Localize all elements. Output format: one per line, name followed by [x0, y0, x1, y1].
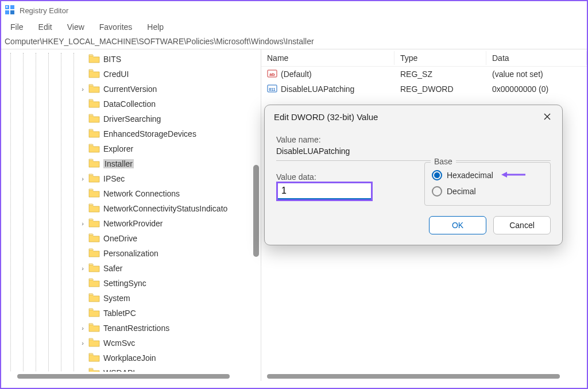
folder-icon	[88, 323, 103, 334]
tree-item-label: WorkplaceJoin	[103, 353, 156, 363]
radio-dec-label: Decimal	[447, 187, 476, 196]
folder-icon	[88, 218, 103, 229]
value-row[interactable]: 011DisableLUAPatchingREG_DWORD0x00000000…	[261, 82, 587, 97]
tree-item-label: Safer	[103, 264, 122, 273]
string-value-icon: ab	[267, 68, 277, 80]
tree-item-label: OneDrive	[103, 234, 137, 243]
tree-item-label: NetworkConnectivityStatusIndicato	[103, 204, 227, 213]
tree-item[interactable]: ›TenantRestrictions	[78, 321, 252, 336]
tree-item[interactable]: ›WcmSvc	[78, 336, 252, 351]
expander-icon[interactable]: ›	[78, 265, 87, 272]
tree-item[interactable]: DataCollection	[78, 97, 252, 111]
value-type: REG_DWORD	[394, 83, 486, 95]
app-title: Registry Editor	[20, 6, 68, 15]
tree-vertical-scrollbar[interactable]	[252, 49, 261, 372]
expander-icon[interactable]: ›	[78, 220, 87, 227]
tree-item-label: Personalization	[103, 249, 158, 258]
folder-icon	[88, 188, 103, 199]
tree-item[interactable]: BITS	[78, 52, 252, 67]
value-name-label: Value name:	[276, 135, 551, 144]
radio-dot-icon	[432, 186, 442, 197]
dialog-close-button[interactable]	[541, 111, 553, 122]
tree-item[interactable]: SettingSync	[78, 276, 252, 291]
tree-item-label: DataCollection	[103, 99, 156, 109]
expander-icon[interactable]: ›	[78, 86, 87, 93]
title-bar: Registry Editor	[1, 1, 587, 20]
expander-icon[interactable]: ›	[78, 175, 87, 182]
tree-item-label: System	[103, 294, 130, 303]
tree-panel: BITSCredUI›CurrentVersionDataCollectionD…	[1, 49, 261, 381]
address-bar[interactable]: Computer\HKEY_LOCAL_MACHINE\SOFTWARE\Pol…	[1, 34, 587, 49]
tree-item[interactable]: Installer	[78, 156, 252, 171]
folder-icon	[88, 308, 103, 319]
tree-item[interactable]: Personalization	[78, 246, 252, 261]
folder-icon	[88, 353, 103, 364]
svg-rect-1	[10, 5, 14, 9]
tree-item[interactable]: Explorer	[78, 141, 252, 156]
radio-decimal[interactable]: Decimal	[432, 183, 543, 199]
menu-view[interactable]: View	[60, 21, 91, 33]
folder-icon	[88, 263, 103, 274]
folder-icon	[88, 159, 103, 170]
tree-item[interactable]: Network Connections	[78, 186, 252, 201]
tree-item[interactable]: WorkplaceJoin	[78, 351, 252, 365]
tree-horizontal-scrollbar[interactable]	[1, 372, 252, 381]
column-header-type[interactable]: Type	[394, 51, 486, 65]
tree-item-label: Explorer	[103, 144, 133, 153]
menu-help[interactable]: Help	[140, 21, 171, 33]
svg-rect-2	[5, 10, 9, 14]
app-icon	[5, 5, 15, 17]
tree-item-label: SettingSync	[103, 279, 146, 288]
tree-item-label: Network Connections	[103, 189, 180, 198]
tree-item[interactable]: NetworkConnectivityStatusIndicato	[78, 201, 252, 216]
menu-favorites[interactable]: Favorites	[92, 21, 140, 33]
svg-text:ab: ab	[269, 72, 274, 77]
expander-icon[interactable]: ›	[78, 340, 87, 346]
folder-icon	[88, 54, 103, 65]
value-data-label: Value data:	[276, 172, 411, 182]
value-data: (value not set)	[486, 68, 587, 80]
tree-item-label: Installer	[103, 159, 134, 168]
expander-icon[interactable]: ›	[78, 325, 87, 332]
folder-icon	[88, 368, 103, 372]
tree-item[interactable]: ›NetworkProvider	[78, 216, 252, 231]
value-row[interactable]: ab(Default)REG_SZ(value not set)	[261, 67, 587, 82]
tree-item-label: IPSec	[103, 174, 125, 183]
value-type: REG_SZ	[394, 68, 486, 80]
menu-file[interactable]: File	[3, 21, 30, 33]
tree-item-label: EnhancedStorageDevices	[103, 129, 196, 138]
menu-edit[interactable]: Edit	[32, 21, 59, 33]
radio-hexadecimal[interactable]: Hexadecimal	[432, 167, 543, 183]
tree-item-label: TabletPC	[103, 309, 136, 318]
folder-icon	[88, 174, 103, 184]
cancel-button[interactable]: Cancel	[493, 216, 551, 234]
value-name: (Default)	[281, 70, 312, 79]
tree-item[interactable]: DriverSearching	[78, 111, 252, 126]
close-icon	[543, 113, 551, 121]
value-data-input[interactable]	[278, 183, 371, 199]
folder-icon	[88, 293, 103, 304]
dword-value-icon: 011	[267, 83, 277, 95]
value-data-highlight	[276, 182, 373, 201]
column-header-data[interactable]: Data	[486, 51, 587, 65]
tree-item[interactable]: System	[78, 291, 252, 306]
base-group: Hexadecimal Decimal	[424, 162, 551, 206]
tree-item[interactable]: ›IPSec	[78, 171, 252, 186]
values-horizontal-scrollbar[interactable]	[261, 372, 578, 381]
value-name-field: DisableLUAPatching	[276, 144, 551, 161]
tree-item[interactable]: TabletPC	[78, 306, 252, 321]
column-header-name[interactable]: Name	[261, 51, 394, 65]
tree-item[interactable]: ›WSDAPI	[78, 365, 252, 372]
value-name: DisableLUAPatching	[281, 84, 354, 94]
dialog-title: Edit DWORD (32-bit) Value	[274, 112, 378, 122]
tree-item[interactable]: ›CurrentVersion	[78, 82, 252, 97]
folder-icon	[88, 203, 103, 214]
ok-button[interactable]: OK	[429, 216, 486, 234]
tree-item[interactable]: CredUI	[78, 67, 252, 82]
tree-item[interactable]: EnhancedStorageDevices	[78, 126, 252, 141]
tree-item[interactable]: ›Safer	[78, 261, 252, 276]
values-header: Name Type Data	[261, 49, 587, 67]
radio-hex-label: Hexadecimal	[447, 171, 493, 180]
svg-text:011: 011	[269, 87, 276, 91]
tree-item[interactable]: OneDrive	[78, 231, 252, 246]
